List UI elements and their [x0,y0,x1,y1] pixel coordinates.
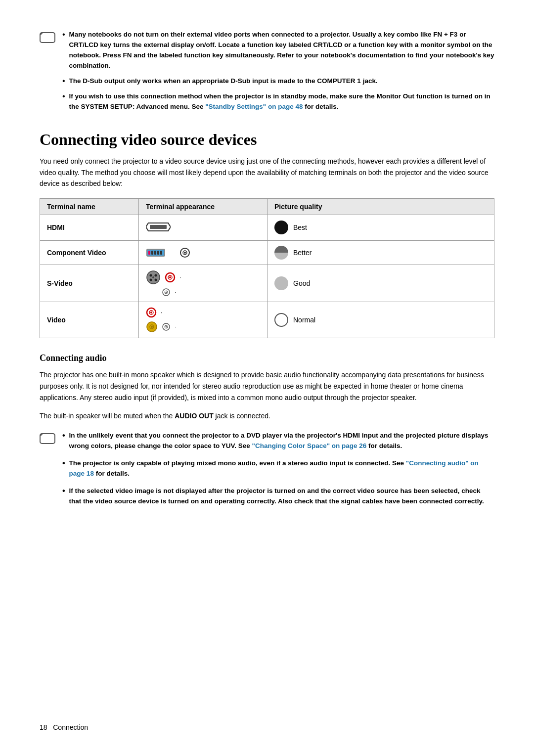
table-row-hdmi: HDMI Best [40,215,494,240]
col-header-appearance: Terminal appearance [139,198,267,215]
col-header-terminal: Terminal name [40,198,139,215]
svg-rect-3 [150,225,167,229]
svg-point-15 [150,274,152,276]
quality-svideo: Good [267,265,494,302]
terminal-name-component: Component Video [40,240,139,265]
bottom-note-list: In the unlikely event that you connect t… [62,431,494,514]
svg-point-17 [150,278,152,281]
bottom-note-block: In the unlikely event that you connect t… [40,431,494,514]
col-header-quality: Picture quality [267,198,494,215]
table-row-video: Video · [40,302,494,338]
note-icon [40,31,57,44]
top-note-block: Many notebooks do not turn on their exte… [40,30,494,117]
quality-component: Better [267,240,494,265]
terminal-name-svideo: S-Video [40,265,139,302]
svg-point-31 [151,326,153,328]
quality-circle-half [274,246,288,260]
svg-rect-6 [148,251,150,255]
audio-paragraph-1: The projector has one built-in mono spea… [40,369,494,403]
terminal-name-video: Video [40,302,139,338]
svg-point-34 [166,326,167,327]
note-item-2: The D-Sub output only works when an appr… [62,76,494,87]
bottom-note-item-2: The projector is only capable of playing… [62,458,494,479]
quality-circle-full [274,221,288,234]
terminal-appearance-svideo: · · [139,265,267,302]
table-row-svideo: S-Video [40,265,494,302]
svg-point-13 [184,252,186,254]
table-row-component: Component Video [40,240,494,265]
note-item-3: If you wish to use this connection metho… [62,91,494,112]
audio-paragraph-2: The built-in speaker will be muted when … [40,410,494,422]
svg-point-25 [166,291,167,293]
bottom-note-item-1: In the unlikely event that you connect t… [62,431,494,451]
svg-point-16 [155,274,157,276]
bottom-note-item-3: If the selected video image is not displ… [62,486,494,507]
bottom-note-icon [40,432,57,445]
svg-point-18 [155,278,157,281]
note-item-1: Many notebooks do not turn on their exte… [62,30,494,71]
subsection-title-audio: Connecting audio [40,353,494,363]
quality-circle-empty [274,313,288,327]
svg-rect-7 [151,251,153,255]
terminal-appearance-video: · [139,302,267,338]
quality-video: Normal [267,302,494,338]
quality-circle-light [274,276,288,290]
svg-rect-10 [160,251,162,255]
svg-rect-8 [154,251,156,255]
top-note-list: Many notebooks do not turn on their exte… [62,30,494,117]
page-footer: 18 Connection [40,723,88,731]
intro-text: You need only connect the projector to a… [40,156,494,189]
svg-point-19 [152,276,154,278]
terminal-appearance-component [139,240,267,265]
section-title: Connecting video source devices [40,131,494,149]
svg-point-28 [150,311,152,313]
quality-hdmi: Best [267,215,494,240]
svg-point-22 [169,276,171,278]
svg-rect-35 [40,434,55,444]
svg-rect-9 [157,251,159,255]
svg-rect-0 [40,33,55,43]
terminal-name-hdmi: HDMI [40,215,139,240]
connection-table: Terminal name Terminal appearance Pictur… [40,198,494,338]
terminal-appearance-hdmi [139,215,267,240]
